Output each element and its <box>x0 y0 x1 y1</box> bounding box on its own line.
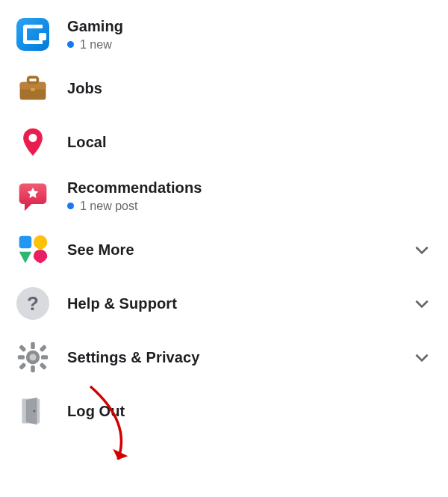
menu-sublabel-recommendations: 1 new post <box>67 200 435 213</box>
menu-item-jobs[interactable]: Jobs <box>0 61 448 115</box>
menu-item-help-support[interactable]: ? Help & Support <box>0 277 448 330</box>
gaming-sublabel-text: 1 new <box>80 38 112 52</box>
recommendations-sublabel-text: 1 new post <box>80 200 137 213</box>
menu-label-local: Local <box>67 134 435 151</box>
location-pin-icon <box>16 126 49 158</box>
svg-rect-5 <box>19 236 31 249</box>
menu-label-help-support: Help & Support <box>67 295 409 312</box>
notification-dot-icon <box>67 203 74 209</box>
menu-label-gaming: Gaming <box>67 18 435 35</box>
svg-rect-11 <box>41 355 48 359</box>
help-icon: ? <box>16 287 49 320</box>
menu-label-settings-privacy: Settings & Privacy <box>67 349 409 366</box>
menu-item-see-more[interactable]: See More <box>0 223 448 277</box>
gear-icon <box>16 341 49 374</box>
chevron-down-icon <box>409 294 435 313</box>
svg-rect-13 <box>40 362 47 370</box>
svg-rect-8 <box>31 342 35 349</box>
menu-item-log-out[interactable]: Log Out <box>0 384 448 438</box>
chevron-down-icon <box>409 348 435 367</box>
menu-item-gaming[interactable]: Gaming 1 new <box>0 7 448 61</box>
menu-label-see-more: See More <box>67 241 409 259</box>
see-more-shapes-icon <box>16 233 49 266</box>
menu-label-log-out: Log Out <box>67 403 435 420</box>
menu-sublabel-gaming: 1 new <box>67 38 435 52</box>
notification-dot-icon <box>67 41 74 48</box>
svg-rect-10 <box>18 355 25 359</box>
svg-point-4 <box>29 134 37 142</box>
door-icon <box>16 395 49 427</box>
chevron-down-icon <box>409 240 435 259</box>
menu-list: Gaming 1 new Jobs <box>0 0 448 445</box>
briefcase-icon <box>16 72 49 105</box>
svg-point-16 <box>29 354 36 360</box>
gaming-icon <box>16 18 49 51</box>
svg-rect-3 <box>31 88 35 91</box>
svg-point-18 <box>33 410 36 413</box>
svg-rect-15 <box>19 362 26 370</box>
speech-star-icon <box>16 179 49 212</box>
menu-item-settings-privacy[interactable]: Settings & Privacy <box>0 330 448 384</box>
svg-rect-12 <box>19 345 26 352</box>
menu-label-recommendations: Recommendations <box>67 179 435 197</box>
svg-rect-9 <box>31 365 35 372</box>
menu-label-jobs: Jobs <box>67 80 435 97</box>
svg-point-6 <box>34 235 47 249</box>
menu-item-local[interactable]: Local <box>0 115 448 169</box>
menu-item-recommendations[interactable]: Recommendations 1 new post <box>0 169 448 223</box>
svg-rect-14 <box>40 345 47 352</box>
svg-rect-2 <box>28 77 38 82</box>
